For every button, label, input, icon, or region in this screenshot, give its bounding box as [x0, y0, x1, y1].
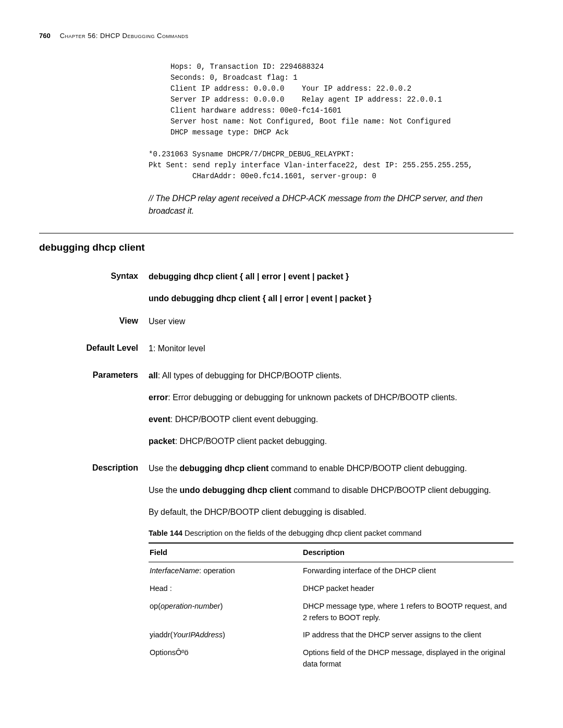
description-content: Use the debugging dhcp client command to… [149, 462, 513, 673]
table-row: InterfaceName: operation Forwarding inte… [149, 562, 513, 580]
view-label: View [39, 315, 149, 328]
code-block: Hops: 0, Transaction ID: 2294688324 Seco… [149, 61, 513, 182]
syntax-opts-1: { all | error | event | packet } [238, 272, 349, 281]
syntax-cmd-2: undo debugging dhcp client [149, 294, 260, 303]
section-divider [39, 233, 513, 233]
table-header-row: Field Description [149, 543, 513, 562]
default-level-content: 1: Monitor level [149, 342, 513, 355]
syntax-content: debugging dhcp client { all | error | ev… [149, 270, 513, 305]
view-content: User view [149, 315, 513, 328]
td-field: yiaddr(YourIPAddress) [149, 626, 302, 644]
param-item: error: Error debugging or debugging for … [149, 391, 513, 404]
desc-p1: Use the debugging dhcp client command to… [149, 462, 513, 475]
table-row: yiaddr(YourIPAddress) IP address that th… [149, 626, 513, 644]
syntax-label: Syntax [39, 270, 149, 305]
param-item: all: All types of debugging for DHCP/BOO… [149, 369, 513, 382]
table-caption: Table 144 Description on the fields of t… [149, 528, 513, 539]
page-number: 760 [39, 31, 51, 41]
parameters-row: Parameters all: All types of debugging f… [39, 369, 513, 448]
view-row: View User view [39, 315, 513, 328]
page-header: 760 Chapter 56: DHCP Debugging Commands [39, 31, 513, 41]
syntax-opts-2: { all | error | event | packet } [260, 294, 372, 303]
section-title: debugging dhcp client [39, 241, 513, 255]
parameters-label: Parameters [39, 369, 149, 448]
default-level-label: Default Level [39, 342, 149, 355]
desc-p2: Use the undo debugging dhcp client comma… [149, 484, 513, 497]
table-row: OptionsÔºö Options field of the DHCP mes… [149, 644, 513, 673]
fields-table: Field Description InterfaceName: operati… [149, 542, 513, 673]
description-label: Description [39, 462, 149, 673]
param-item: packet: DHCP/BOOTP client packet debuggi… [149, 435, 513, 448]
syntax-row: Syntax debugging dhcp client { all | err… [39, 270, 513, 305]
td-field: InterfaceName: operation [149, 562, 302, 580]
td-desc: DHCP message type, where 1 refers to BOO… [302, 598, 513, 627]
table-row: Head : DHCP packet header [149, 580, 513, 598]
comment-block: // The DHCP relay agent received a DHCP-… [149, 192, 513, 217]
th-description: Description [302, 543, 513, 562]
td-desc: Forwarding interface of the DHCP client [302, 562, 513, 580]
desc-p3: By default, the DHCP/BOOTP client debugg… [149, 506, 513, 519]
description-row: Description Use the debugging dhcp clien… [39, 462, 513, 673]
td-field: Head : [149, 580, 302, 598]
parameters-content: all: All types of debugging for DHCP/BOO… [149, 369, 513, 448]
chapter-label: Chapter 56: DHCP Debugging Commands [60, 31, 189, 41]
td-desc: Options field of the DHCP message, displ… [302, 644, 513, 673]
table-row: op(operation-number) DHCP message type, … [149, 598, 513, 627]
td-field: OptionsÔºö [149, 644, 302, 673]
td-desc: IP address that the DHCP server assigns … [302, 626, 513, 644]
param-item: event: DHCP/BOOTP client event debugging… [149, 413, 513, 426]
default-level-row: Default Level 1: Monitor level [39, 342, 513, 355]
th-field: Field [149, 543, 302, 562]
td-field: op(operation-number) [149, 598, 302, 627]
td-desc: DHCP packet header [302, 580, 513, 598]
syntax-cmd-1: debugging dhcp client [149, 272, 238, 281]
